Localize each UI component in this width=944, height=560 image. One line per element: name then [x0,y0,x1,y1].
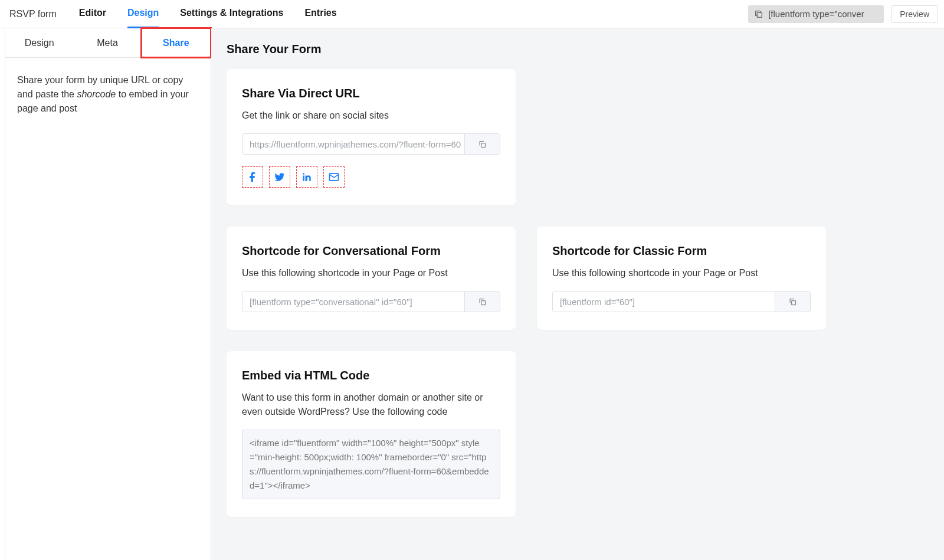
classic-value[interactable]: [fluentform id="60"] [553,292,775,312]
social-row [242,166,500,188]
card-desc-direct-url: Get the link or share on social sites [242,109,500,123]
form-name: RSVP form [6,9,60,19]
tab-entries[interactable]: Entries [304,0,336,28]
copy-button-classic[interactable] [775,292,810,312]
direct-url-value[interactable]: https://fluentform.wpninjathemes.com/?fl… [242,134,464,154]
svg-rect-1 [481,143,486,147]
content: Share Your Form Share Via Direct URL Get… [211,28,944,560]
sidebar-tab-meta[interactable]: Meta [73,28,141,57]
twitter-icon [274,171,286,183]
tab-settings-integrations[interactable]: Settings & Integrations [180,0,283,28]
svg-rect-0 [758,12,762,17]
topbar-right: [fluentform type="conver Preview [748,5,938,23]
copy-button-direct-url[interactable] [464,134,500,154]
shortcode-pill-text: [fluentform type="conver [768,9,864,19]
layout: Design Meta Share Share your form by uni… [0,28,944,560]
copy-field-classic: [fluentform id="60"] [552,291,811,312]
card-embed: Embed via HTML Code Want to use this for… [227,351,516,517]
copy-icon [788,297,797,306]
copy-icon [478,140,487,149]
shortcode-pill[interactable]: [fluentform type="conver [748,5,884,23]
card-desc-embed: Want to use this form in another domain … [242,391,500,419]
card-title-conversational: Shortcode for Conversational Form [242,244,500,258]
svg-rect-3 [481,300,486,304]
facebook-icon [247,171,258,183]
copy-field-direct-url: https://fluentform.wpninjathemes.com/?fl… [242,133,500,155]
sidebar-tab-share[interactable]: Share [140,27,212,58]
sidebar-help-italic: shorcode [77,89,116,99]
embed-code-box[interactable]: <iframe id="fluentform" width="100%" hei… [242,430,500,499]
card-desc-conversational: Use this following shortcode in your Pag… [242,266,500,280]
sidebar-tabs: Design Meta Share [5,28,211,58]
share-linkedin[interactable] [296,166,317,188]
card-title-direct-url: Share Via Direct URL [242,87,500,100]
copy-button-conversational[interactable] [464,292,500,312]
tab-design[interactable]: Design [127,0,159,28]
card-conversational: Shortcode for Conversational Form Use th… [227,227,516,330]
sidebar-help-text: Share your form by unique URL or copy an… [5,58,211,131]
page-title: Share Your Form [227,42,929,56]
sidebar: Design Meta Share Share your form by uni… [5,28,211,560]
card-title-embed: Embed via HTML Code [242,369,500,382]
email-icon [328,171,340,183]
topbar-left: RSVP form Editor Design Settings & Integ… [6,0,337,28]
shortcode-row: Shortcode for Conversational Form Use th… [227,227,929,351]
sidebar-tab-design[interactable]: Design [5,28,73,57]
card-title-classic: Shortcode for Classic Form [552,244,811,258]
card-classic: Shortcode for Classic Form Use this foll… [537,227,826,330]
conversational-value[interactable]: [fluentform type="conversational" id="60… [242,292,464,312]
topbar: RSVP form Editor Design Settings & Integ… [0,0,944,28]
linkedin-icon [301,171,313,183]
main-tabs: Editor Design Settings & Integrations En… [79,0,337,28]
copy-icon [478,297,487,306]
card-desc-classic: Use this following shortcode in your Pag… [552,266,811,280]
tab-editor[interactable]: Editor [79,0,106,28]
copy-field-conversational: [fluentform type="conversational" id="60… [242,291,500,312]
copy-stack-icon [754,9,763,19]
preview-button[interactable]: Preview [891,5,938,23]
share-email[interactable] [323,166,345,188]
share-twitter[interactable] [269,166,290,188]
svg-rect-4 [792,300,796,304]
card-direct-url: Share Via Direct URL Get the link or sha… [227,69,516,205]
share-facebook[interactable] [242,166,263,188]
